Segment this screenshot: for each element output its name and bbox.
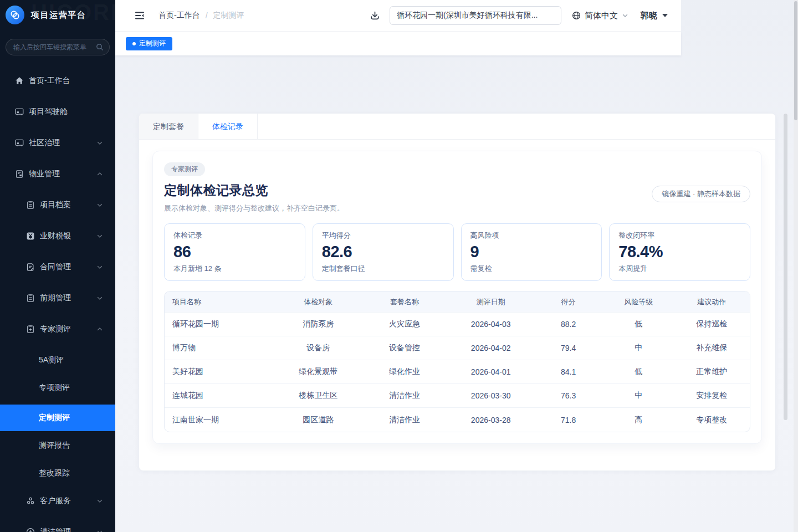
stat-card: 高风险项9需复检 bbox=[461, 223, 602, 281]
menu-search-input[interactable] bbox=[13, 43, 93, 51]
clipboard-icon bbox=[25, 200, 35, 210]
sidebar-item-label: 业财税银 bbox=[40, 231, 96, 241]
table-cell: 园区道路 bbox=[276, 408, 361, 432]
sidebar-item-label: 社区治理 bbox=[29, 138, 96, 148]
stat-value: 78.4% bbox=[618, 243, 741, 261]
table-cell: 2026-04-02 bbox=[448, 336, 533, 360]
sidebar-item-label: 测评报告 bbox=[39, 441, 103, 451]
table-cell: 2026-04-01 bbox=[448, 360, 533, 384]
sidebar-item-label: 专项测评 bbox=[39, 383, 103, 393]
breadcrumb-current: 定制测评 bbox=[213, 11, 244, 21]
search-icon bbox=[96, 43, 104, 51]
sidebar-item-label: 客户服务 bbox=[40, 496, 96, 506]
sidebar-item-cleaning-management[interactable]: 清洁管理 bbox=[0, 521, 115, 532]
app-logo-icon bbox=[6, 6, 24, 24]
breadcrumb-home[interactable]: 首页-工作台 bbox=[158, 11, 200, 21]
topbar: 首页-工作台 / 定制测评 循环花园一期(深圳市美好循环科技有限... bbox=[115, 0, 681, 55]
sidebar-item-label: 物业管理 bbox=[29, 169, 96, 179]
clipboard-icon bbox=[25, 293, 35, 303]
stat-note: 本周提升 bbox=[618, 264, 741, 274]
sidebar-item-contract-management[interactable]: 合同管理 bbox=[0, 256, 115, 278]
menu-fold-icon[interactable] bbox=[134, 10, 145, 21]
language-label: 简体中文 bbox=[585, 11, 618, 21]
sidebar-item-evaluation-report[interactable]: 测评报告 bbox=[0, 434, 115, 457]
sidebar-item-label: 项目档案 bbox=[40, 200, 96, 210]
stat-label: 平均得分 bbox=[322, 231, 444, 241]
language-switcher[interactable]: 简体中文 bbox=[572, 11, 628, 21]
project-select[interactable]: 循环花园一期(深圳市美好循环科技有限... bbox=[390, 6, 561, 25]
download-icon[interactable] bbox=[370, 11, 380, 21]
sidebar-item-label: 定制测评 bbox=[39, 413, 103, 423]
table-header-row: 项目名称体检对象套餐名称测评日期得分风险等级建议动作 bbox=[165, 291, 750, 313]
tab-checkup-records[interactable]: 体检记录 bbox=[198, 114, 258, 139]
globe-icon bbox=[572, 11, 581, 20]
open-tabs-bar: 定制测评 bbox=[115, 32, 681, 55]
sidebar: HICORE 项目运营平台 首页-工作台项目驾驶舱社区治理物业管理项目档案业财税… bbox=[0, 0, 115, 532]
sidebar-item-property-management[interactable]: 物业管理 bbox=[0, 163, 115, 185]
main-card: 定制套餐体检记录 专家测评 定制体检记录总览 展示体检对象、测评得分与整改建议，… bbox=[139, 113, 776, 471]
stats-row: 体检记录86本月新增 12 条平均得分82.6定制套餐口径高风险项9需复检整改闭… bbox=[164, 223, 750, 281]
stat-note: 本月新增 12 条 bbox=[173, 264, 296, 274]
sidebar-item-label: 专家测评 bbox=[40, 324, 96, 334]
table-cell: 2026-04-03 bbox=[448, 313, 533, 336]
user-menu[interactable]: 郭晓 bbox=[641, 11, 668, 21]
sidebar-item-rectification-tracking[interactable]: 整改跟踪 bbox=[0, 462, 115, 484]
sidebar-item-community-governance[interactable]: 社区治理 bbox=[0, 132, 115, 154]
monitor-icon bbox=[14, 138, 24, 148]
stat-value: 82.6 bbox=[322, 243, 444, 261]
column-header: 测评日期 bbox=[448, 291, 533, 313]
sidebar-item-early-stage-management[interactable]: 前期管理 bbox=[0, 287, 115, 309]
sidebar-item-label: 首页-工作台 bbox=[29, 76, 103, 86]
sidebar-item-project-cockpit[interactable]: 项目驾驶舱 bbox=[0, 101, 115, 123]
content-scrollbar-thumb[interactable] bbox=[784, 114, 787, 420]
column-header: 风险等级 bbox=[603, 291, 674, 313]
table-cell: 79.4 bbox=[533, 336, 603, 360]
table-cell: 正常维护 bbox=[674, 360, 750, 384]
table-cell: 中 bbox=[603, 384, 674, 408]
records-table-wrap: 项目名称体检对象套餐名称测评日期得分风险等级建议动作 循环花园一期消防泵房火灾应… bbox=[164, 291, 750, 432]
sidebar-item-home-workbench[interactable]: 首页-工作台 bbox=[0, 70, 115, 92]
sidebar-item-project-archives[interactable]: 项目档案 bbox=[0, 194, 115, 216]
stat-value: 9 bbox=[470, 243, 593, 261]
chevron-down-icon bbox=[96, 140, 103, 146]
menu-search-box[interactable] bbox=[6, 39, 110, 55]
table-cell: 江南世家一期 bbox=[165, 408, 276, 432]
table-cell: 高 bbox=[603, 408, 674, 432]
table-cell: 设备管控 bbox=[361, 336, 448, 360]
mirror-rebuild-button[interactable]: 镜像重建 · 静态样本数据 bbox=[652, 186, 750, 202]
chevron-down-icon bbox=[96, 202, 103, 208]
caret-down-icon bbox=[662, 14, 668, 17]
sidebar-item-special-evaluation[interactable]: 专项测评 bbox=[0, 377, 115, 399]
table-cell: 低 bbox=[603, 360, 674, 384]
table-cell: 循环花园一期 bbox=[165, 313, 276, 336]
contract-icon bbox=[25, 262, 35, 272]
records-table: 项目名称体检对象套餐名称测评日期得分风险等级建议动作 循环花园一期消防泵房火灾应… bbox=[165, 291, 750, 432]
sidebar-menu: 首页-工作台项目驾驶舱社区治理物业管理项目档案业财税银合同管理前期管理专家测评5… bbox=[0, 70, 115, 532]
card-tabs: 定制套餐体检记录 bbox=[139, 114, 775, 140]
table-cell: 安排复检 bbox=[674, 384, 750, 408]
window-scrollbar-thumb[interactable] bbox=[794, 1, 797, 120]
table-cell: 专项整改 bbox=[674, 408, 750, 432]
tab-custom-package[interactable]: 定制套餐 bbox=[139, 114, 198, 139]
sidebar-item-eval-5a[interactable]: 5A测评 bbox=[0, 349, 115, 371]
table-row: 循环花园一期消防泵房火灾应急2026-04-0388.2低保持巡检 bbox=[165, 313, 750, 336]
topbar-breadcrumb-row: 首页-工作台 / 定制测评 循环花园一期(深圳市美好循环科技有限... bbox=[115, 0, 681, 32]
home-icon bbox=[14, 76, 24, 86]
username: 郭晓 bbox=[641, 11, 657, 21]
sidebar-item-finance-tax-bank[interactable]: 业财税银 bbox=[0, 225, 115, 247]
sidebar-item-custom-evaluation[interactable]: 定制测评 bbox=[0, 405, 115, 431]
topbar-right: 循环花园一期(深圳市美好循环科技有限... 简体中文 郭晓 bbox=[370, 6, 668, 25]
chevron-down-icon bbox=[96, 295, 103, 301]
main-area: 首页-工作台 / 定制测评 循环花园一期(深圳市美好循环科技有限... bbox=[115, 0, 798, 532]
column-header: 体检对象 bbox=[276, 291, 361, 313]
sidebar-item-customer-service[interactable]: 客户服务 bbox=[0, 490, 115, 512]
sidebar-item-expert-evaluation[interactable]: 专家测评 bbox=[0, 318, 115, 340]
table-cell: 消防泵房 bbox=[276, 313, 361, 336]
active-page-tag[interactable]: 定制测评 bbox=[126, 37, 172, 50]
chevron-up-icon bbox=[96, 171, 103, 177]
service-icon bbox=[25, 496, 35, 506]
table-cell: 连城花园 bbox=[165, 384, 276, 408]
table-cell: 84.1 bbox=[533, 360, 603, 384]
table-cell: 2026-03-28 bbox=[448, 408, 533, 432]
table-row: 江南世家一期园区道路清洁作业2026-03-2871.8高专项整改 bbox=[165, 408, 750, 432]
